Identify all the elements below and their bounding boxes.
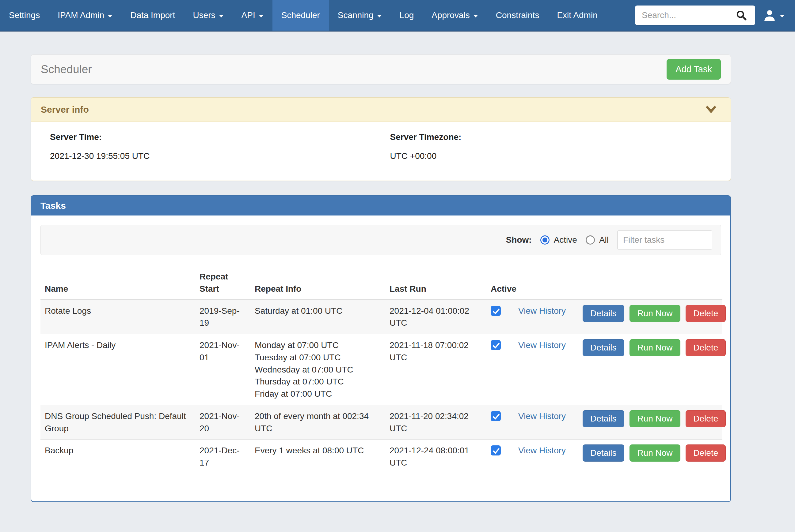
server-timezone-label: Server Timezone: — [390, 132, 721, 142]
search-group — [635, 5, 755, 25]
server-timezone-value: UTC +00:00 — [390, 151, 721, 161]
task-last-run: 2021-12-04 01:00:02 UTC — [385, 300, 486, 334]
nav-item-api[interactable]: API — [233, 0, 272, 31]
nav-item-log[interactable]: Log — [391, 0, 423, 31]
nav-item-users[interactable]: Users — [184, 0, 232, 31]
navbar-right — [635, 0, 795, 31]
task-name: IPAM Alerts - Daily — [40, 334, 195, 405]
task-active-checkbox[interactable] — [491, 445, 501, 455]
radio-all-label: All — [599, 235, 609, 245]
nav-item-ipam-admin[interactable]: IPAM Admin — [49, 0, 121, 31]
table-row: Backup 2021-Dec-17 Every 1 weeks at 08:0… — [40, 440, 722, 474]
delete-button[interactable]: Delete — [686, 410, 726, 427]
task-repeat-start: 2021-Nov-01 — [195, 334, 250, 405]
show-label: Show: — [506, 235, 532, 245]
server-time-value: 2021-12-30 19:55:05 UTC — [50, 151, 381, 161]
server-info-title: Server info — [41, 104, 89, 115]
server-info-body: Server Time: 2021-12-30 19:55:05 UTC Ser… — [31, 122, 730, 180]
delete-button[interactable]: Delete — [686, 305, 726, 322]
col-header-active: Active — [486, 266, 514, 300]
task-repeat-info: Monday at 07:00 UTCTuesday at 07:00 UTCW… — [250, 334, 385, 405]
tasks-panel: Tasks Show: Active All — [31, 195, 731, 502]
task-name: Backup — [40, 440, 195, 474]
nav-item-exit-admin[interactable]: Exit Admin — [548, 0, 606, 31]
run-now-button[interactable]: Run Now — [630, 444, 680, 461]
view-history-link[interactable]: View History — [518, 446, 566, 455]
nav-item-data-import[interactable]: Data Import — [121, 0, 184, 31]
table-row: IPAM Alerts - Daily 2021-Nov-01 Monday a… — [40, 334, 722, 405]
task-repeat-info: Every 1 weeks at 08:00 UTC — [250, 440, 385, 474]
tasks-table: Name Repeat Start Repeat Info Last Run A… — [40, 266, 722, 474]
nav-item-scheduler[interactable]: Scheduler — [272, 0, 329, 31]
col-header-repeat-info: Repeat Info — [250, 266, 385, 300]
search-input[interactable] — [635, 5, 727, 25]
col-header-name: Name — [40, 266, 195, 300]
collapse-toggle-button[interactable] — [701, 106, 721, 114]
delete-button[interactable]: Delete — [686, 339, 726, 356]
tasks-panel-body: Show: Active All Name — [31, 215, 730, 501]
page-title: Scheduler — [41, 63, 92, 76]
top-navbar: Settings IPAM Admin Data Import Users AP… — [0, 0, 795, 32]
table-header-row: Name Repeat Start Repeat Info Last Run A… — [40, 266, 722, 300]
task-last-run: 2021-11-20 02:34:02 UTC — [385, 405, 486, 440]
chevron-down-icon — [705, 106, 717, 114]
user-icon — [763, 9, 776, 22]
chevron-down-icon — [259, 15, 264, 17]
tasks-filter-bar: Show: Active All — [40, 225, 721, 255]
filter-tasks-input[interactable] — [617, 230, 712, 249]
run-now-button[interactable]: Run Now — [630, 410, 680, 427]
col-header-history — [514, 266, 578, 300]
nav-item-settings[interactable]: Settings — [0, 0, 49, 31]
details-button[interactable]: Details — [583, 444, 624, 461]
run-now-button[interactable]: Run Now — [630, 339, 680, 356]
col-header-repeat-start: Repeat Start — [195, 266, 250, 300]
radio-show-all[interactable]: All — [586, 235, 609, 245]
view-history-link[interactable]: View History — [518, 306, 566, 316]
nav-items: Settings IPAM Admin Data Import Users AP… — [0, 0, 607, 31]
radio-active-icon[interactable] — [540, 235, 549, 245]
task-name: Rotate Logs — [40, 300, 195, 334]
tasks-table-body: Rotate Logs 2019-Sep-19 Saturday at 01:0… — [40, 300, 722, 474]
details-button[interactable]: Details — [583, 339, 624, 356]
task-repeat-info: 20th of every month at 002:34 UTC — [250, 405, 385, 440]
server-time-label: Server Time: — [50, 132, 381, 142]
scheduler-title-panel: Scheduler Add Task — [31, 55, 731, 84]
table-row: DNS Group Scheduled Push: Default Group … — [40, 405, 722, 440]
server-info-header[interactable]: Server info — [31, 98, 730, 122]
task-name: DNS Group Scheduled Push: Default Group — [40, 405, 195, 440]
view-history-link[interactable]: View History — [518, 340, 566, 350]
details-button[interactable]: Details — [583, 305, 624, 322]
task-repeat-start: 2019-Sep-19 — [195, 300, 250, 334]
search-icon — [736, 10, 747, 21]
task-repeat-start: 2021-Dec-17 — [195, 440, 250, 474]
radio-show-active[interactable]: Active — [540, 235, 577, 245]
radio-all-icon[interactable] — [586, 235, 595, 245]
delete-button[interactable]: Delete — [686, 444, 726, 461]
nav-item-approvals[interactable]: Approvals — [423, 0, 487, 31]
user-menu-caret-icon — [780, 15, 784, 17]
task-active-checkbox[interactable] — [491, 306, 501, 316]
search-button[interactable] — [727, 5, 755, 25]
nav-item-scanning[interactable]: Scanning — [329, 0, 391, 31]
main-content: Scheduler Add Task Server info Server Ti… — [31, 55, 731, 502]
task-active-checkbox[interactable] — [491, 340, 501, 350]
chevron-down-icon — [377, 15, 382, 17]
chevron-down-icon — [473, 15, 478, 17]
server-time-block: Server Time: 2021-12-30 19:55:05 UTC — [41, 132, 381, 161]
task-repeat-start: 2021-Nov-20 — [195, 405, 250, 440]
table-row: Rotate Logs 2019-Sep-19 Saturday at 01:0… — [40, 300, 722, 334]
view-history-link[interactable]: View History — [518, 412, 566, 421]
nav-item-constraints[interactable]: Constraints — [487, 0, 548, 31]
col-header-last-run: Last Run — [385, 266, 486, 300]
radio-active-label: Active — [554, 235, 577, 245]
chevron-down-icon — [219, 15, 224, 17]
col-header-actions — [578, 266, 722, 300]
task-last-run: 2021-12-24 08:00:01 UTC — [385, 440, 486, 474]
run-now-button[interactable]: Run Now — [630, 305, 680, 322]
add-task-button[interactable]: Add Task — [667, 59, 721, 80]
user-menu[interactable] — [763, 9, 784, 22]
task-last-run: 2021-11-18 07:00:02 UTC — [385, 334, 486, 405]
details-button[interactable]: Details — [583, 410, 624, 427]
task-active-checkbox[interactable] — [491, 411, 501, 421]
tasks-panel-header: Tasks — [31, 196, 730, 215]
